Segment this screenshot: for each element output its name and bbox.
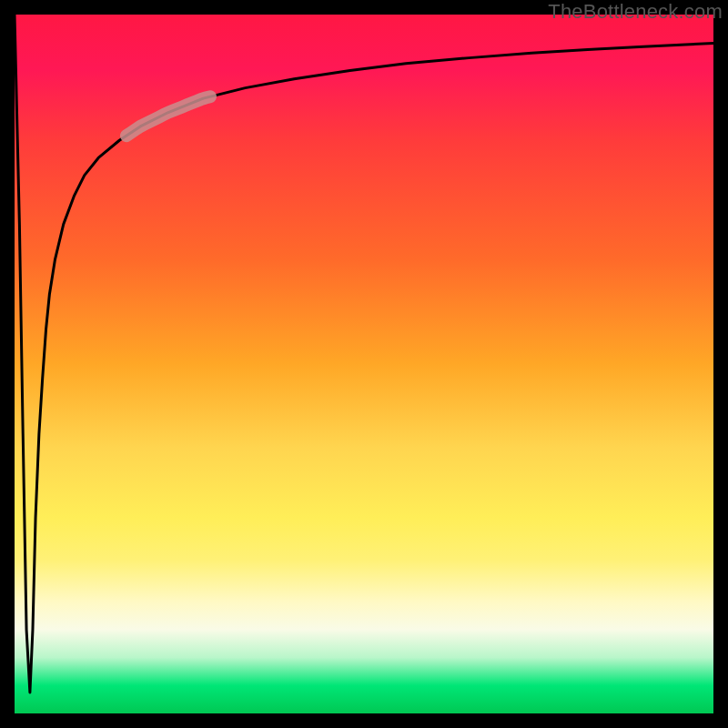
chart-stage: TheBottleneck.com	[0, 0, 728, 728]
curve-layer	[15, 15, 713, 713]
plot-area	[15, 15, 713, 713]
bottleneck-curve	[15, 15, 713, 693]
highlight-segment	[126, 96, 210, 136]
attribution-label: TheBottleneck.com	[548, 0, 723, 24]
